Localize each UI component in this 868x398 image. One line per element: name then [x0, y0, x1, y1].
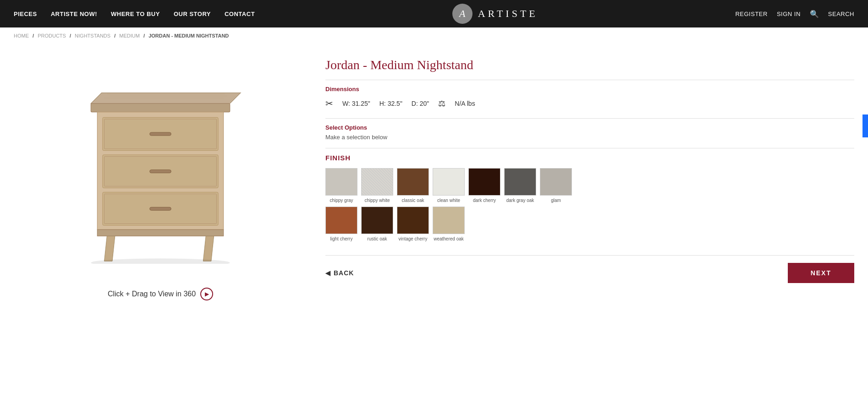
- swatch-box-dark-gray-oak: [504, 168, 536, 196]
- options-divider: [325, 118, 854, 119]
- swatch-name-vintage-cherry: vintage cherry: [399, 236, 428, 241]
- dimension-height: H: 32.5": [379, 100, 402, 107]
- swatch-name-classic-oak: classic oak: [402, 198, 424, 203]
- navbar: PIECES ARTISTE NOW! WHERE TO BUY OUR STO…: [0, 0, 868, 27]
- swatch-box-classic-oak: [397, 168, 429, 196]
- swatch-box-rustic-oak: [361, 207, 393, 234]
- logo-letter: A: [459, 8, 465, 20]
- swatch-clean-white[interactable]: clean white: [433, 168, 465, 203]
- product-svg: [73, 71, 247, 264]
- search-icon[interactable]: 🔍: [810, 10, 819, 18]
- swatch-weathered-oak[interactable]: weathered oak: [433, 207, 465, 241]
- product-image-section: Click + Drag to View in 360 ▶: [14, 53, 307, 300]
- dimensions-label: Dimensions: [325, 86, 854, 93]
- swatch-name-light-cherry: light cherry: [330, 236, 353, 241]
- breadcrumb-current: JORDAN - MEDIUM NIGHTSTAND: [148, 33, 229, 38]
- nav-right: REGISTER SIGN IN 🔍 SEARCH: [735, 10, 854, 18]
- make-selection-text: Make a selection below: [325, 134, 854, 141]
- register-link[interactable]: REGISTER: [735, 11, 767, 17]
- swatch-name-weathered-oak: weathered oak: [434, 236, 464, 241]
- nav-pieces[interactable]: PIECES: [14, 11, 37, 17]
- back-button[interactable]: ◀ BACK: [325, 269, 354, 277]
- swatch-name-rustic-oak: rustic oak: [368, 236, 387, 241]
- weight-value: N/A lbs: [455, 100, 475, 107]
- swatch-name-glam: glam: [551, 198, 561, 203]
- brand-name: ARTISTE: [478, 8, 538, 20]
- main-content: Click + Drag to View in 360 ▶ Jordan - M…: [0, 44, 868, 319]
- svg-rect-0: [91, 104, 230, 112]
- breadcrumb-medium[interactable]: MEDIUM: [119, 33, 140, 38]
- swatch-light-cherry[interactable]: light cherry: [325, 207, 357, 241]
- search-link[interactable]: SEARCH: [828, 11, 854, 17]
- swatch-rustic-oak[interactable]: rustic oak: [361, 207, 393, 241]
- swatch-name-dark-gray-oak: dark gray oak: [506, 198, 534, 203]
- svg-rect-11: [97, 229, 223, 236]
- swatch-chippy-gray[interactable]: chippy gray: [325, 168, 357, 203]
- swatch-classic-oak[interactable]: classic oak: [397, 168, 429, 203]
- swatch-box-weathered-oak: [433, 207, 465, 234]
- ruler-icon: ✂: [325, 98, 333, 109]
- swatch-box-chippy-gray: [325, 168, 357, 196]
- swatch-chippy-white[interactable]: chippy white: [361, 168, 393, 203]
- product-title: Jordan - Medium Nightstand: [325, 58, 854, 72]
- product-image-box[interactable]: [23, 53, 298, 282]
- swatch-box-light-cherry: [325, 207, 357, 234]
- nav-buttons: ◀ BACK NEXT: [325, 255, 854, 283]
- swatch-dark-cherry[interactable]: dark cherry: [468, 168, 500, 203]
- breadcrumb-products[interactable]: PRODUCTS: [38, 33, 66, 38]
- nav-left: PIECES ARTISTE NOW! WHERE TO BUY OUR STO…: [14, 11, 255, 17]
- swatch-box-glam: [540, 168, 572, 196]
- svg-rect-7: [150, 170, 171, 173]
- drag-hint[interactable]: Click + Drag to View in 360 ▶: [108, 288, 213, 300]
- swatch-vintage-cherry[interactable]: vintage cherry: [397, 207, 429, 241]
- swatch-box-dark-cherry: [468, 168, 500, 196]
- next-button[interactable]: NEXT: [788, 263, 854, 283]
- swatch-dark-gray-oak[interactable]: dark gray oak: [504, 168, 536, 203]
- nav-contact[interactable]: CONTACT: [225, 11, 255, 17]
- swatch-name-chippy-gray: chippy gray: [330, 198, 353, 203]
- finish-divider: [325, 148, 854, 148]
- breadcrumb: HOME / PRODUCTS / NIGHTSTANDS / MEDIUM /…: [0, 27, 868, 44]
- swatch-box-vintage-cherry: [397, 207, 429, 234]
- product-details: Jordan - Medium Nightstand Dimensions ✂ …: [325, 53, 854, 300]
- back-arrow-icon: ◀: [325, 269, 331, 277]
- swatch-name-clean-white: clean white: [437, 198, 460, 203]
- nav-where-to-buy[interactable]: WHERE TO BUY: [111, 11, 160, 17]
- breadcrumb-home[interactable]: HOME: [14, 33, 29, 38]
- dimension-depth: D: 20": [412, 100, 429, 107]
- swatch-name-chippy-white: chippy white: [364, 198, 390, 203]
- svg-rect-10: [150, 207, 171, 210]
- nav-center: A ARTISTE: [452, 4, 538, 24]
- nav-our-story[interactable]: OUR STORY: [174, 11, 211, 17]
- swatches-row2: light cherryrustic oakvintage cherryweat…: [325, 207, 854, 241]
- back-label: BACK: [334, 269, 354, 277]
- nav-artiste-now[interactable]: ARTISTE NOW!: [51, 11, 97, 17]
- svg-rect-4: [150, 132, 171, 136]
- swatch-glam[interactable]: glam: [540, 168, 572, 203]
- title-divider: [325, 80, 854, 80]
- select-options-label: Select Options: [325, 124, 854, 131]
- edge-bar: [863, 114, 868, 137]
- logo-circle: A: [452, 4, 472, 24]
- drag-hint-text: Click + Drag to View in 360: [108, 290, 196, 298]
- sign-in-link[interactable]: SIGN IN: [777, 11, 801, 17]
- breadcrumb-nightstands[interactable]: NIGHTSTANDS: [75, 33, 110, 38]
- play-icon: ▶: [200, 288, 213, 300]
- swatches-row1: chippy graychippy whiteclassic oakclean …: [325, 168, 854, 203]
- swatch-name-dark-cherry: dark cherry: [473, 198, 496, 203]
- finish-label: FINISH: [325, 154, 854, 162]
- swatch-box-clean-white: [433, 168, 465, 196]
- weight-icon: ⚖: [438, 98, 445, 109]
- swatch-box-chippy-white: [361, 168, 393, 196]
- dimension-width: W: 31.25": [342, 100, 370, 107]
- dimensions-row: ✂ W: 31.25" H: 32.5" D: 20" ⚖ N/A lbs: [325, 98, 854, 109]
